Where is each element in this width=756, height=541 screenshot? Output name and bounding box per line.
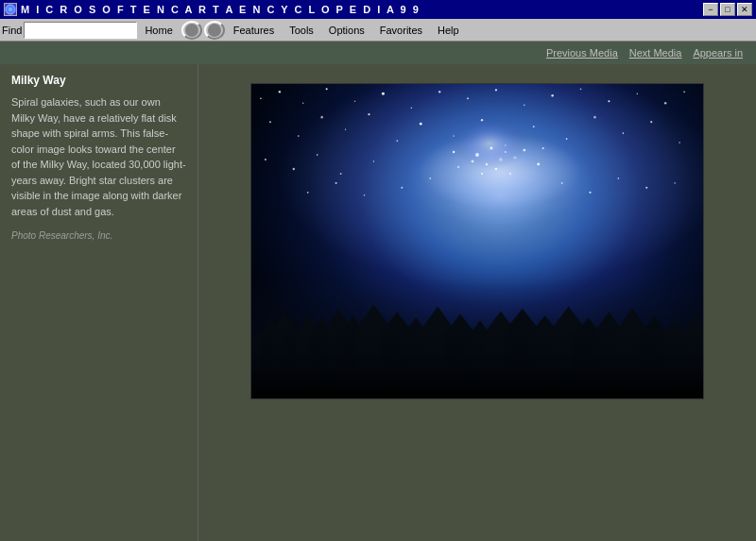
svg-point-20 <box>298 135 300 137</box>
svg-point-12 <box>524 104 525 106</box>
nav-bar: Previous Media Next Media Appears in <box>0 42 756 64</box>
tools-menu-item[interactable]: Tools <box>282 19 321 42</box>
maximize-button[interactable]: □ <box>720 3 735 16</box>
close-button[interactable]: ✕ <box>737 3 752 16</box>
appears-in-link[interactable]: Appears in <box>687 47 748 59</box>
title-controls: − □ ✕ <box>703 3 752 16</box>
back-button[interactable] <box>181 21 202 40</box>
find-label: Find <box>2 25 22 36</box>
svg-point-63 <box>335 182 337 184</box>
svg-point-61 <box>674 182 675 183</box>
title-bar: M I C R O S O F T E N C A R T A E N C Y … <box>0 0 756 19</box>
next-media-link[interactable]: Next Media <box>624 47 688 59</box>
svg-point-19 <box>269 121 271 123</box>
svg-point-22 <box>345 128 346 129</box>
svg-point-7 <box>382 93 385 95</box>
menu-bar: Find Home Features Tools Options Favorit… <box>0 19 756 42</box>
svg-point-33 <box>650 121 652 123</box>
svg-point-3 <box>279 91 281 93</box>
svg-point-11 <box>495 89 497 91</box>
svg-point-14 <box>580 88 582 90</box>
svg-point-64 <box>364 194 366 196</box>
previous-media-link[interactable]: Previous Media <box>541 47 624 59</box>
photo-credit: Photo Researchers, Inc. <box>11 230 186 241</box>
window-title: M I C R O S O F T E N C A R T A E N C Y … <box>21 4 421 15</box>
svg-point-59 <box>618 178 620 179</box>
svg-point-8 <box>411 108 412 109</box>
svg-point-39 <box>373 161 374 161</box>
svg-point-9 <box>438 91 440 93</box>
minimize-button[interactable]: − <box>703 3 718 16</box>
svg-point-30 <box>566 138 568 140</box>
svg-point-2 <box>260 97 262 99</box>
svg-point-5 <box>326 88 328 90</box>
forward-button[interactable] <box>204 21 225 40</box>
svg-point-1 <box>9 8 12 11</box>
content-area: Milky Way Spiral galaxies, such as our o… <box>0 64 756 541</box>
svg-point-55 <box>401 187 403 189</box>
favorites-menu-item[interactable]: Favorites <box>372 19 430 42</box>
svg-point-37 <box>317 154 318 156</box>
article-title: Milky Way <box>11 74 186 87</box>
svg-point-62 <box>307 192 309 194</box>
svg-point-36 <box>293 168 295 170</box>
search-input[interactable] <box>24 22 137 39</box>
svg-point-13 <box>551 94 554 97</box>
svg-point-38 <box>340 173 342 175</box>
svg-point-18 <box>683 91 685 93</box>
svg-point-57 <box>561 182 563 184</box>
galaxy-image <box>250 83 704 399</box>
svg-point-34 <box>679 142 679 143</box>
article-body: Spiral galaxies, such as our own Milky W… <box>11 94 186 219</box>
right-panel <box>198 64 756 541</box>
svg-point-10 <box>467 97 469 99</box>
svg-point-6 <box>354 100 356 102</box>
help-menu-item[interactable]: Help <box>430 19 467 42</box>
trees-svg <box>251 279 703 398</box>
left-panel: Milky Way Spiral galaxies, such as our o… <box>0 64 198 541</box>
svg-point-35 <box>265 159 266 161</box>
app-icon <box>4 3 17 16</box>
svg-point-24 <box>396 140 398 142</box>
title-bar-left: M I C R O S O F T E N C A R T A E N C Y … <box>4 3 421 16</box>
svg-point-17 <box>664 102 666 104</box>
svg-point-31 <box>593 116 596 119</box>
trees-layer <box>251 279 703 398</box>
svg-point-15 <box>608 100 610 102</box>
svg-point-23 <box>368 113 369 115</box>
svg-point-16 <box>637 93 638 94</box>
svg-point-58 <box>589 192 591 194</box>
svg-point-21 <box>320 116 323 119</box>
svg-point-4 <box>302 103 303 104</box>
svg-point-60 <box>645 187 647 189</box>
features-menu-item[interactable]: Features <box>226 19 282 42</box>
options-menu-item[interactable]: Options <box>321 19 372 42</box>
svg-point-32 <box>623 132 625 134</box>
svg-rect-92 <box>251 279 703 398</box>
home-menu-item[interactable]: Home <box>137 19 180 42</box>
stars-layer <box>251 84 703 273</box>
svg-point-25 <box>420 123 422 126</box>
svg-point-65 <box>411 104 561 208</box>
